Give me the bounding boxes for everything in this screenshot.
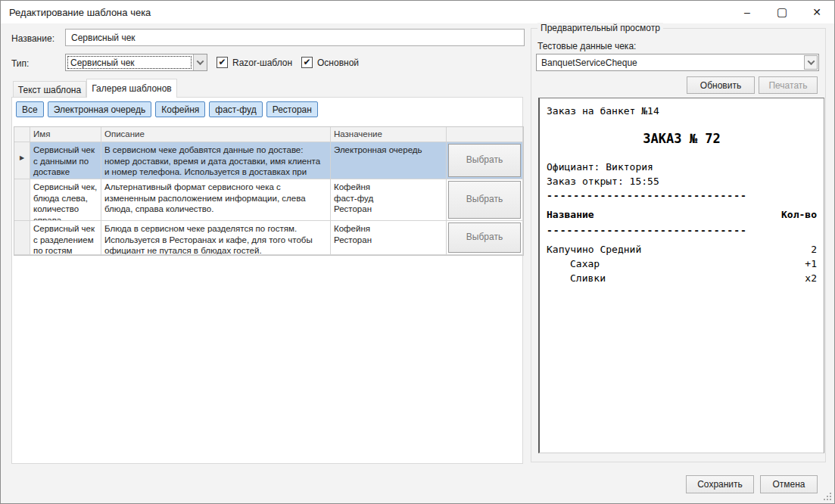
window-title: Редактирование шаблона чека: [1, 7, 151, 18]
receipt-item-qty: x2: [805, 271, 817, 285]
filter-restaurant-button[interactable]: Ресторан: [266, 101, 318, 117]
receipt-item: Сливки x2: [547, 271, 817, 285]
chevron-down-icon[interactable]: [804, 55, 818, 70]
row-marker: [14, 221, 30, 255]
filter-bar: Все Электронная очередь Кофейня фаст-фуд…: [16, 101, 318, 117]
template-name-input[interactable]: Сервисный чек: [65, 29, 525, 46]
column-header-name[interactable]: Имя: [30, 127, 101, 142]
table-row-action-cell: Выбрать: [447, 221, 523, 255]
main-template-label: Основной: [317, 58, 359, 68]
receipt-preview: Заказ на банкет №14 ЗАКАЗ № 72 Официант:…: [538, 98, 824, 453]
table-row-description[interactable]: Блюда в сервисном чеке разделятся по гос…: [101, 221, 331, 255]
receipt-item: Сахар +1: [547, 257, 817, 271]
receipt-col-qty: Кол-во: [781, 207, 817, 222]
checkbox-box: ✔: [301, 57, 313, 68]
receipt-item-qty: 2: [811, 242, 817, 257]
main-template-checkbox[interactable]: ✔ Основной: [301, 57, 359, 68]
check-icon: ✔: [303, 58, 310, 67]
receipt-item-name: Сливки: [547, 271, 606, 285]
table-row-action-cell: Выбрать: [447, 179, 523, 221]
save-button[interactable]: Сохранить: [686, 475, 754, 493]
chevron-down-icon[interactable]: [193, 54, 207, 70]
razor-template-checkbox[interactable]: ✔ Razor-шаблон: [217, 57, 292, 68]
dialog-edit-receipt-template: Редактирование шаблона чека – ▢ ✕ Назван…: [0, 0, 835, 504]
table-row-name[interactable]: Сервисный чек с данными по доставке: [30, 142, 101, 179]
receipt-column-headers: Название Кол-во: [547, 207, 817, 222]
template-type-value: Сервисный чек: [66, 54, 193, 70]
receipt-waiter-line: Официант: Виктория: [547, 160, 817, 174]
print-button[interactable]: Печатать: [759, 76, 818, 94]
filter-fastfood-button[interactable]: фаст-фуд: [209, 101, 262, 117]
select-template-button[interactable]: Выбрать: [448, 181, 521, 219]
window-controls: – ▢ ✕: [730, 1, 834, 23]
receipt-item: Капучино Средний 2: [547, 242, 817, 257]
receipt-item-qty: +1: [805, 257, 817, 271]
tab-template-gallery[interactable]: Галерея шаблонов: [86, 79, 177, 98]
cancel-button[interactable]: Отмена: [760, 475, 818, 493]
filter-coffeeshop-button[interactable]: Кофейня: [155, 101, 205, 117]
titlebar: Редактирование шаблона чека – ▢ ✕: [1, 1, 834, 23]
table-row-purpose[interactable]: Кофейня Ресторан: [331, 221, 447, 255]
table-row-purpose[interactable]: Электронная очередь: [331, 142, 447, 179]
column-header-purpose[interactable]: Назначение: [331, 127, 447, 142]
table-row-purpose[interactable]: Кофейня фаст-фуд Ресторан: [331, 179, 447, 221]
current-row-arrow-icon: ▶: [20, 154, 24, 162]
receipt-order-title: ЗАКАЗ № 72: [547, 130, 817, 147]
minimize-button[interactable]: –: [730, 1, 765, 23]
templates-table: Имя Описание Назначение ▶ Сервисный чек …: [14, 126, 524, 256]
receipt-divider: ------------------------------: [547, 188, 817, 203]
receipt-divider: ------------------------------: [547, 223, 817, 238]
checkbox-box: ✔: [217, 57, 228, 68]
close-button[interactable]: ✕: [799, 1, 834, 23]
table-row-name[interactable]: Сервисный чек с разделением по гостям: [30, 221, 101, 255]
table-row-action-cell: Выбрать: [447, 142, 523, 179]
test-data-label: Тестовые данные чека:: [537, 41, 636, 51]
column-header-description[interactable]: Описание: [101, 127, 331, 142]
row-marker: [14, 179, 30, 221]
resize-grip[interactable]: [824, 493, 831, 500]
maximize-button[interactable]: ▢: [765, 1, 799, 23]
check-icon: ✔: [218, 58, 226, 67]
preview-group-title: Предварительный просмотр: [537, 23, 663, 33]
type-label: Тип:: [11, 58, 29, 69]
receipt-opened-line: Заказ открыт: 15:55: [547, 174, 817, 188]
name-label: Название:: [11, 33, 55, 44]
test-data-combobox[interactable]: BanquetServiceCheque: [536, 54, 819, 71]
row-marker: ▶: [14, 142, 30, 179]
template-gallery-pane: Все Электронная очередь Кофейня фаст-фуд…: [11, 97, 523, 464]
template-type-combobox[interactable]: Сервисный чек: [65, 54, 207, 71]
select-template-button[interactable]: Выбрать: [448, 144, 521, 177]
refresh-button[interactable]: Обновить: [687, 76, 755, 94]
test-data-value: BanquetServiceCheque: [537, 54, 803, 70]
column-header-marker: [14, 127, 30, 142]
preview-groupbox: Предварительный просмотр Тестовые данные…: [531, 28, 826, 462]
filter-all-button[interactable]: Все: [16, 101, 44, 117]
select-template-button[interactable]: Выбрать: [448, 222, 521, 253]
table-row-description[interactable]: В сервисном чеке добавятся данные по дос…: [101, 142, 331, 179]
tab-template-text[interactable]: Текст шаблона: [13, 81, 86, 98]
razor-template-label: Razor-шаблон: [232, 58, 292, 68]
table-row-description[interactable]: Альтернативный формат сервисного чека с …: [101, 179, 331, 221]
receipt-item-name: Капучино Средний: [547, 242, 641, 257]
receipt-col-name: Название: [547, 207, 594, 222]
receipt-item-name: Сахар: [547, 257, 600, 271]
receipt-banquet-line: Заказ на банкет №14: [547, 104, 817, 118]
table-row-name[interactable]: Сервисный чек, блюда слева, количество с…: [30, 179, 101, 221]
column-header-action: [447, 127, 523, 142]
filter-electronic-queue-button[interactable]: Электронная очередь: [48, 101, 152, 117]
